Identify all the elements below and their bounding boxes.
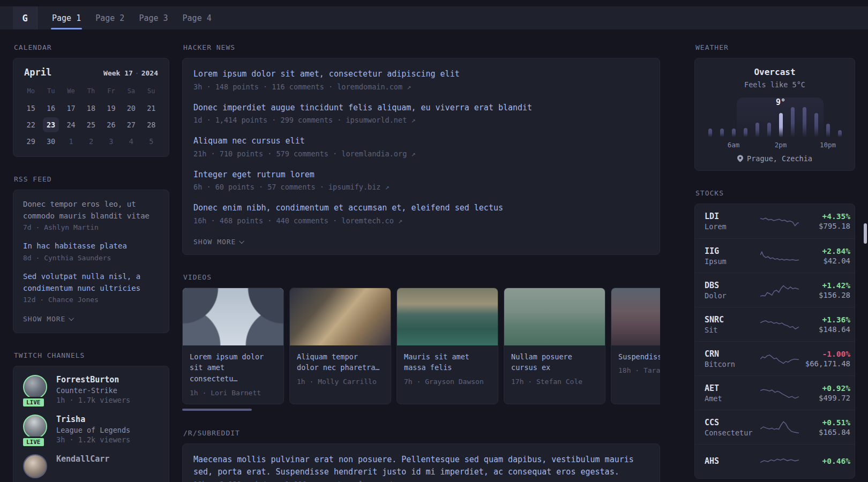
channel-meta: 1h · 1.7k viewers [56, 396, 130, 404]
tab-page-3[interactable]: Page 3 [139, 6, 168, 29]
calendar-day-next-month: 4 [123, 134, 139, 149]
video-card[interactable]: Mauris sit amet massa felis 7h · Grayson… [396, 288, 498, 405]
stock-price: $795.18 [799, 222, 850, 230]
stock-symbol: LDI [705, 212, 760, 221]
stock-row[interactable]: CCSConsectetur +0.51%$165.84 [695, 410, 855, 444]
hn-item-title[interactable]: Integer eget rutrum lorem [193, 169, 649, 181]
stock-sparkline [760, 317, 799, 333]
hn-item-meta: 1d · 1,414 points · 299 comments · ipsum… [193, 116, 649, 124]
channel-name[interactable]: Trisha [56, 415, 130, 424]
reddit-post-title[interactable]: Maecenas mollis pulvinar erat non posuer… [193, 454, 649, 478]
calendar-day-next-month: 2 [83, 134, 99, 149]
stock-row[interactable]: AHS +0.46% [695, 444, 855, 478]
tab-page-2[interactable]: Page 2 [95, 6, 124, 29]
right-column: WEATHER Overcast Feels like 5°C [694, 40, 855, 482]
weather-bar [720, 129, 724, 137]
stocks-widget: LDILorem +4.35%$795.18 IIGIpsum +2.84%$4… [694, 204, 855, 479]
stock-name: Dolor [705, 291, 760, 300]
rss-item-meta: 8d · Cynthia Saunders [23, 254, 159, 262]
stock-name: Ipsum [705, 257, 760, 266]
stock-row[interactable]: LDILorem +4.35%$795.18 [695, 204, 855, 238]
stock-sparkline [760, 351, 799, 367]
rss-item-title[interactable]: In hac habitasse platea [23, 240, 159, 252]
twitch-channel[interactable]: LIVE Trisha League of Legends 3h · 1.2k … [23, 415, 159, 444]
video-meta: 18h · Tara [611, 363, 660, 381]
hn-show-more-button[interactable]: SHOW MORE [193, 236, 649, 250]
stock-row[interactable]: CRNBitcorn -1.00%$66,171.48 [695, 341, 855, 375]
video-card[interactable]: Aliquam tempor dolor nec pharetra… 1h · … [289, 288, 391, 405]
twitch-channel[interactable]: KendallCarr [23, 454, 159, 478]
hn-item-title[interactable]: Donec imperdiet augue tincidunt felis al… [193, 102, 649, 114]
stock-name: Bitcorn [705, 360, 760, 368]
calendar-day: 20 [123, 101, 139, 116]
video-title: Lorem ipsum dolor sit amet consectetu… [183, 345, 283, 386]
rss-show-more-button[interactable]: SHOW MORE [23, 313, 159, 327]
channel-game: League of Legends [56, 426, 130, 434]
video-card[interactable]: Nullam posuere cursus ex 17h · Stefan Co… [504, 288, 605, 405]
video-meta: 7h · Grayson Dawson [397, 374, 498, 393]
weather-bar [791, 107, 795, 137]
rss-section-header: RSS FEED [14, 175, 169, 183]
video-thumbnail [290, 288, 391, 345]
calendar-week-label: Week 17 [103, 69, 133, 77]
stock-price: $156.28 [799, 291, 850, 299]
hn-item-title[interactable]: Lorem ipsum dolor sit amet, consectetur … [193, 68, 649, 80]
top-navbar: G Page 1 Page 2 Page 3 Page 4 [0, 6, 868, 29]
videos-carousel: Lorem ipsum dolor sit amet consectetu… 1… [182, 288, 660, 405]
hn-item-title[interactable]: Aliquam nec cursus elit [193, 135, 649, 147]
stock-row[interactable]: DBSDolor +1.42%$156.28 [695, 273, 855, 307]
hn-item-title[interactable]: Donec enim nibh, condimentum et accumsan… [193, 202, 649, 214]
calendar-day: 28 [143, 117, 159, 132]
hn-item: Donec imperdiet augue tincidunt felis al… [193, 102, 649, 125]
rss-item-title[interactable]: Donec tempor eros leo, ut commodo mauris… [23, 199, 159, 222]
rss-item-title[interactable]: Sed volutpat nulla nisl, a condimentum n… [23, 271, 159, 294]
channel-name[interactable]: KendallCarr [56, 454, 109, 464]
weather-location: Prague, Czechia [704, 154, 846, 163]
calendar-day: 24 [63, 117, 79, 132]
twitch-channel[interactable]: LIVE ForrestBurton Counter-Strike 1h · 1… [23, 375, 159, 404]
stock-price: $165.84 [799, 428, 850, 436]
video-card[interactable]: Suspendisse diam 18h · Tara [611, 288, 660, 405]
video-thumbnail [397, 288, 498, 345]
dashboard-content: CALENDAR April Week 17·2024 Mo Tu We Th … [0, 29, 868, 482]
channel-meta: 3h · 1.2k viewers [56, 435, 130, 444]
calendar-widget: April Week 17·2024 Mo Tu We Th Fr Sa Su … [13, 58, 169, 157]
calendar-day: 17 [63, 101, 79, 116]
separator-dot: · [135, 69, 139, 77]
app-logo[interactable]: G [13, 6, 38, 29]
stock-name: Amet [705, 394, 760, 403]
rss-item-meta: 7d · Ashlyn Martin [23, 223, 159, 231]
subreddit-widget: Maecenas mollis pulvinar erat non posuer… [182, 443, 660, 482]
videos-section-header: VIDEOS [183, 273, 660, 281]
page-scrollbar-thumb[interactable] [864, 223, 867, 244]
calendar-month: April [24, 67, 51, 78]
stocks-section-header: STOCKS [695, 189, 855, 197]
tab-page-1[interactable]: Page 1 [52, 6, 81, 29]
calendar-day: 22 [23, 117, 39, 132]
tab-page-4[interactable]: Page 4 [183, 6, 212, 29]
weather-hourly-chart: 9° 6am 2pm 10pm [704, 97, 846, 149]
stock-row[interactable]: AETAmet +0.92%$499.72 [695, 375, 855, 410]
rss-item: Donec tempor eros leo, ut commodo mauris… [23, 199, 159, 231]
weather-condition: Overcast [704, 67, 846, 77]
video-card[interactable]: Lorem ipsum dolor sit amet consectetu… 1… [182, 288, 284, 405]
calendar-day: 26 [103, 117, 119, 132]
hn-item: Integer eget rutrum lorem 6h · 60 points… [193, 169, 649, 192]
stock-change: -1.00% [799, 350, 850, 358]
calendar-day: 25 [83, 117, 99, 132]
calendar-day-selected: 23 [43, 117, 59, 132]
channel-name[interactable]: ForrestBurton [56, 375, 130, 385]
show-more-label: SHOW MORE [193, 238, 236, 246]
location-pin-icon [737, 155, 743, 162]
stock-row[interactable]: IIGIpsum +2.84%$42.04 [695, 238, 855, 273]
calendar-week-year: Week 17·2024 [103, 69, 158, 77]
video-title: Mauris sit amet massa felis [397, 345, 498, 375]
hn-item: Aliquam nec cursus elit 21h · 710 points… [193, 135, 649, 158]
twitch-section-header: TWITCH CHANNELS [14, 351, 169, 359]
stock-row[interactable]: SNRCSit +1.36%$148.64 [695, 307, 855, 341]
stock-sparkline [760, 282, 799, 298]
calendar-day: 16 [43, 101, 59, 116]
video-title: Suspendisse diam [611, 345, 660, 364]
stock-change: +2.84% [799, 247, 850, 255]
videos-scrollbar-thumb[interactable] [182, 409, 252, 411]
